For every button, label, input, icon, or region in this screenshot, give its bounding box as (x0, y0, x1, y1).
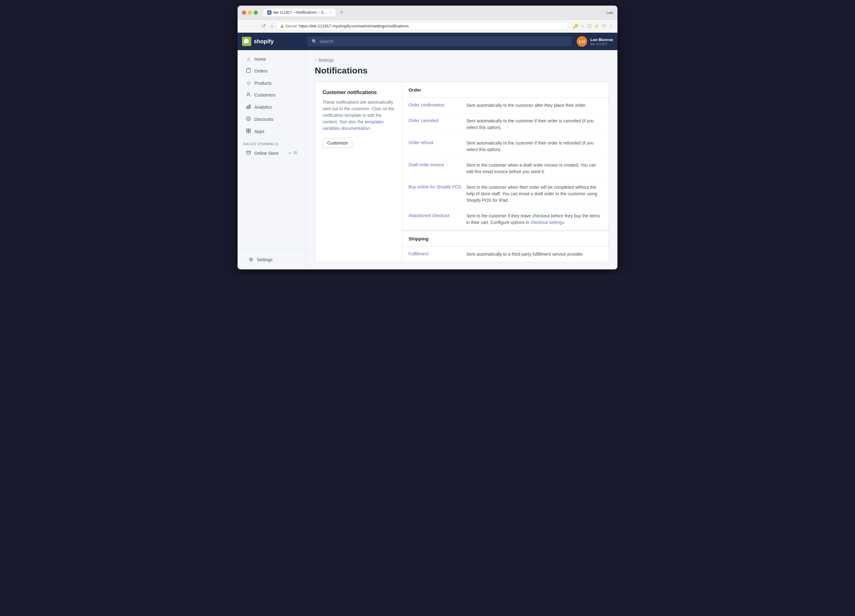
svg-rect-10 (247, 151, 251, 154)
minimize-traffic-light[interactable] (248, 11, 252, 15)
abandoned-checkout-link[interactable]: Abandoned checkout (409, 213, 461, 226)
sidebar-item-customers-label: Customers (254, 92, 276, 98)
nav-forward-button[interactable]: → (251, 23, 258, 29)
table-row: Order canceled Sent automatically to the… (402, 113, 608, 135)
sidebar-item-discounts[interactable]: Discounts (240, 113, 303, 125)
order-canceled-desc: Sent automatically to the customer if th… (466, 118, 602, 131)
buy-online-desc: Sent to the customer when their order wi… (466, 184, 602, 204)
user-name: Lee Munroe (590, 37, 613, 42)
user-avatar: LM (577, 36, 587, 47)
sidebar-item-online-store-label: Online Store (254, 151, 279, 156)
nav-home-button[interactable]: ⌂ (269, 23, 274, 29)
svg-rect-3 (248, 106, 249, 109)
sidebar: ⌂ Home Orders ◇ Products (238, 50, 306, 270)
url-text: https://lee-111917.myshopify.com/admin/s… (299, 24, 409, 28)
traffic-lights (242, 11, 258, 15)
order-canceled-link[interactable]: Order canceled (409, 118, 461, 131)
orders-icon (246, 68, 251, 74)
table-row: Draft order invoice Sent to the customer… (402, 158, 608, 180)
app-container: shopify 🔍 Search LM Lee Munroe lee-11191… (238, 33, 618, 270)
table-row: Order refund Sent automatically to the c… (402, 135, 608, 158)
sidebar-item-home[interactable]: ⌂ Home (240, 54, 303, 65)
browser-user-label: Lee (606, 10, 613, 15)
sidebar-item-orders[interactable]: Orders (240, 65, 303, 77)
svg-rect-6 (247, 129, 248, 131)
home-icon: ⌂ (246, 57, 251, 62)
breadcrumb-arrow: ‹ (315, 58, 316, 63)
apps-icon (246, 128, 251, 135)
info-icon[interactable]: ⓘ (587, 23, 591, 29)
star-icon[interactable]: ☆ (581, 24, 585, 29)
sidebar-item-apps-label: Apps (254, 129, 264, 134)
add-channel-icon[interactable]: + (289, 150, 291, 156)
shopify-logo: shopify (242, 37, 307, 46)
draft-order-invoice-desc: Sent to the customer when a draft order … (466, 162, 602, 175)
checkout-settings-link[interactable]: checkout settings (530, 220, 564, 225)
buy-online-link[interactable]: Buy online for Shopify POS (409, 184, 461, 204)
shipping-section-header: Shipping (402, 231, 608, 247)
table-row: Abandoned checkout Sent to the customer … (402, 208, 608, 230)
online-store-icon (246, 150, 251, 156)
url-field[interactable]: 🔒 Secure https://lee-111917.myshopify.co… (276, 22, 568, 30)
sales-channels-label: SALES CHANNELS (238, 138, 306, 147)
shopify-logo-icon (242, 37, 251, 46)
sidebar-item-settings-label: Settings (257, 257, 273, 262)
page-title: Notifications (315, 66, 609, 76)
products-icon: ◇ (246, 80, 251, 86)
extension-icon[interactable]: ⚡ (594, 24, 599, 29)
breadcrumb-text: Settings (318, 58, 334, 63)
svg-rect-9 (249, 131, 251, 133)
card-sidebar-desc: These notifications are automatically se… (323, 99, 394, 132)
sidebar-item-online-store[interactable]: Online Store + (240, 147, 303, 159)
sidebar-item-products[interactable]: ◇ Products (240, 77, 303, 89)
customers-icon (246, 92, 251, 98)
lock-icon: 🔒 (280, 24, 284, 28)
browser-tab[interactable]: S lee-111917 ~ Notifications ~ S... × (264, 9, 336, 16)
sidebar-item-discounts-label: Discounts (254, 117, 273, 122)
analytics-icon (246, 104, 251, 110)
online-store-icons: + (289, 150, 298, 156)
sidebar-item-customers[interactable]: Customers (240, 89, 303, 101)
key-icon[interactable]: 🔑 (573, 24, 578, 29)
card-sidebar: Customer notifications These notificatio… (315, 82, 402, 262)
order-refund-desc: Sent automatically to the customer if th… (466, 140, 602, 153)
nav-back-button[interactable]: ← (242, 23, 249, 29)
search-bar[interactable]: 🔍 Search (307, 37, 572, 46)
search-icon: 🔍 (312, 39, 317, 44)
svg-point-1 (248, 92, 250, 94)
sidebar-nav: ⌂ Home Orders ◇ Products (238, 50, 306, 250)
order-confirmation-link[interactable]: Order confirmation (409, 102, 461, 109)
sidebar-item-apps[interactable]: Apps (240, 126, 303, 137)
sidebar-item-analytics[interactable]: Analytics (240, 101, 303, 113)
sidebar-item-orders-label: Orders (254, 69, 268, 74)
tab-close-button[interactable]: × (330, 11, 332, 14)
customize-button[interactable]: Customize (323, 138, 352, 148)
new-tab-button[interactable]: + (340, 9, 343, 16)
fulfillment-link[interactable]: Fulfillment (409, 251, 461, 257)
more-icon[interactable]: ⋮ (609, 24, 613, 29)
table-row: Fulfillment Sent automatically to a thir… (402, 247, 608, 262)
user-menu[interactable]: LM Lee Munroe lee-111917 (577, 36, 613, 47)
svg-rect-4 (250, 105, 250, 109)
breadcrumb[interactable]: ‹ Settings (315, 58, 609, 63)
shield-icon[interactable]: 🛡 (602, 24, 606, 29)
settings-icon: ⚙ (248, 257, 254, 262)
top-nav: shopify 🔍 Search LM Lee Munroe lee-11191… (238, 33, 618, 50)
maximize-traffic-light[interactable] (254, 11, 258, 15)
shopify-logo-text: shopify (254, 38, 274, 45)
search-placeholder: Search (319, 39, 333, 44)
svg-point-11 (295, 152, 296, 153)
notifications-card: Customer notifications These notificatio… (315, 82, 609, 262)
order-refund-link[interactable]: Order refund (409, 140, 461, 153)
sidebar-item-settings[interactable]: ⚙ Settings (242, 254, 301, 265)
nav-refresh-button[interactable]: ↺ (260, 23, 267, 29)
draft-order-invoice-link[interactable]: Draft order invoice (409, 162, 461, 175)
tab-favicon: S (267, 10, 271, 15)
svg-rect-7 (249, 129, 251, 131)
preview-icon[interactable] (293, 150, 298, 156)
online-store-left: Online Store (246, 150, 279, 156)
order-confirmation-desc: Sent automatically to the customer after… (466, 102, 602, 109)
fulfillment-desc: Sent automatically to a third-party fulf… (466, 251, 602, 257)
content-area: ‹ Settings Notifications Customer notifi… (306, 50, 618, 270)
close-traffic-light[interactable] (242, 11, 246, 15)
